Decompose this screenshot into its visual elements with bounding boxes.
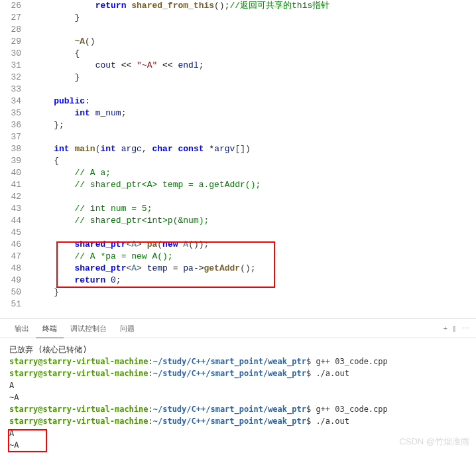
line-number: 29 xyxy=(0,36,33,48)
line-number: 43 xyxy=(0,203,33,215)
code-line[interactable]: 31 cout << "~A" << endl; xyxy=(0,60,476,72)
line-content: { xyxy=(33,48,80,60)
terminal-content[interactable]: 已放弃 (核心已转储)starry@starry-virtual-machine… xyxy=(0,338,476,453)
code-line[interactable]: 40 // A a; xyxy=(0,167,476,179)
terminal-line: A xyxy=(9,427,467,439)
line-content: shared_ptr<A> pa(new A()); xyxy=(33,239,209,251)
code-line[interactable]: 45 xyxy=(0,227,476,239)
line-content: // A a; xyxy=(33,167,111,179)
code-line[interactable]: 49 return 0; xyxy=(0,275,476,287)
line-number: 39 xyxy=(0,155,33,167)
line-number: 46 xyxy=(0,239,33,251)
line-number: 47 xyxy=(0,251,33,263)
line-content: int main(int argc, char const *argv[]) xyxy=(33,143,251,155)
line-content: // shared_ptr<int>p(&num); xyxy=(33,215,209,227)
terminal-line: starry@starry-virtual-machine:~/study/C+… xyxy=(9,367,467,379)
code-line[interactable]: 35 int m_num; xyxy=(0,107,476,119)
line-number: 31 xyxy=(0,60,33,72)
tab-output[interactable]: 输出 xyxy=(8,318,36,338)
line-number: 33 xyxy=(0,84,33,96)
line-content: // A *pa = new A(); xyxy=(33,251,173,263)
split-terminal-icon[interactable]: ⫿ xyxy=(453,324,457,333)
line-number: 37 xyxy=(0,131,33,143)
line-number: 40 xyxy=(0,167,33,179)
line-number: 49 xyxy=(0,275,33,287)
code-line[interactable]: 26 return shared_from_this();//返回可共享的thi… xyxy=(0,0,476,12)
line-content: ~A() xyxy=(33,36,95,48)
code-line[interactable]: 39 { xyxy=(0,155,476,167)
code-line[interactable]: 36 }; xyxy=(0,119,476,131)
line-number: 36 xyxy=(0,119,33,131)
line-number: 48 xyxy=(0,263,33,275)
terminal-line: A xyxy=(9,379,467,391)
code-line[interactable]: 29 ~A() xyxy=(0,36,476,48)
terminal-line: 已放弃 (核心已转储) xyxy=(9,344,467,356)
line-content: shared_ptr<A> temp = pa->getAddr(); xyxy=(33,263,256,275)
line-number: 50 xyxy=(0,287,33,298)
code-line[interactable]: 42 xyxy=(0,191,476,203)
code-line[interactable]: 33 xyxy=(0,84,476,96)
line-content: }; xyxy=(33,119,64,131)
terminal-line: ~A xyxy=(9,439,467,451)
line-number: 26 xyxy=(0,0,33,12)
line-number: 32 xyxy=(0,72,33,84)
line-number: 35 xyxy=(0,107,33,119)
line-number: 42 xyxy=(0,191,33,203)
line-number: 45 xyxy=(0,227,33,239)
code-line[interactable]: 32 } xyxy=(0,72,476,84)
code-line[interactable]: 43 // int num = 5; xyxy=(0,203,476,215)
code-line[interactable]: 41 // shared_ptr<A> temp = a.getAddr(); xyxy=(0,179,476,191)
line-content: return shared_from_this();//返回可共享的this指针 xyxy=(33,0,329,12)
add-terminal-icon[interactable]: + xyxy=(444,324,447,333)
tab-debug[interactable]: 调试控制台 xyxy=(64,318,113,338)
code-line[interactable]: 47 // A *pa = new A(); xyxy=(0,251,476,263)
terminal-line: starry@starry-virtual-machine:~/study/C+… xyxy=(9,403,467,415)
line-content: // shared_ptr<A> temp = a.getAddr(); xyxy=(33,179,261,191)
line-content: { xyxy=(33,155,59,167)
line-content: return 0; xyxy=(33,275,121,287)
line-content: cout << "~A" << endl; xyxy=(33,60,204,72)
line-number: 51 xyxy=(0,298,33,310)
line-content: int m_num; xyxy=(33,107,126,119)
line-content: public: xyxy=(33,96,90,107)
code-line[interactable]: 30 { xyxy=(0,48,476,60)
code-line[interactable]: 27 } xyxy=(0,12,476,24)
code-line[interactable]: 51 xyxy=(0,298,476,310)
code-line[interactable]: 46 shared_ptr<A> pa(new A()); xyxy=(0,239,476,251)
line-number: 34 xyxy=(0,96,33,107)
line-content: // int num = 5; xyxy=(33,203,152,215)
line-content: } xyxy=(33,12,80,24)
code-line[interactable]: 37 xyxy=(0,131,476,143)
tab-terminal[interactable]: 终端 xyxy=(36,318,64,338)
line-content: } xyxy=(33,287,59,298)
code-line[interactable]: 38 int main(int argc, char const *argv[]… xyxy=(0,143,476,155)
line-number: 38 xyxy=(0,143,33,155)
terminal-line: starry@starry-virtual-machine:~/study/C+… xyxy=(9,356,467,367)
code-line[interactable]: 50 } xyxy=(0,287,476,298)
terminal-line: ~A xyxy=(9,391,467,403)
code-line[interactable]: 34 public: xyxy=(0,96,476,107)
more-icon[interactable]: ⋯ xyxy=(462,324,469,333)
line-content: } xyxy=(33,72,80,84)
line-number: 28 xyxy=(0,24,33,36)
tab-problems[interactable]: 问题 xyxy=(113,318,141,338)
panel-tabs: 输出 终端 调试控制台 问题 + ⫿ ⋯ xyxy=(0,318,476,338)
code-line[interactable]: 48 shared_ptr<A> temp = pa->getAddr(); xyxy=(0,263,476,275)
line-number: 30 xyxy=(0,48,33,60)
code-editor[interactable]: 26 return shared_from_this();//返回可共享的thi… xyxy=(0,0,476,318)
panel-actions: + ⫿ ⋯ xyxy=(444,324,469,333)
line-number: 41 xyxy=(0,179,33,191)
terminal-line: starry@starry-virtual-machine:~/study/C+… xyxy=(9,415,467,427)
line-number: 44 xyxy=(0,215,33,227)
code-line[interactable]: 44 // shared_ptr<int>p(&num); xyxy=(0,215,476,227)
code-line[interactable]: 28 xyxy=(0,24,476,36)
line-number: 27 xyxy=(0,12,33,24)
